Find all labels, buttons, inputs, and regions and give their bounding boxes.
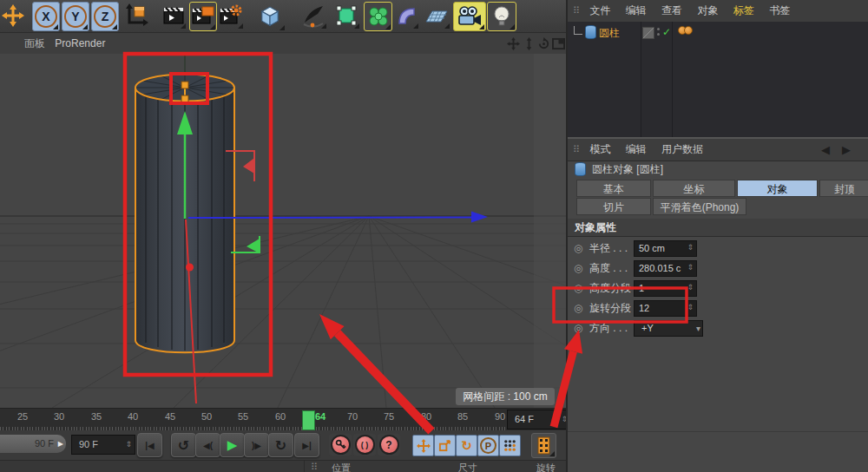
- field-row-orientation: ◎ 方向 . . . +Y▾: [568, 319, 868, 337]
- viewport-menu-prorender[interactable]: ProRender: [55, 37, 105, 49]
- am-menu-mode[interactable]: 模式: [589, 143, 610, 155]
- previous-frame-button[interactable]: ◀(: [195, 433, 220, 457]
- deformer-bend-button[interactable]: [392, 2, 419, 30]
- light-button[interactable]: [487, 2, 516, 31]
- grip-icon[interactable]: ⠿: [573, 144, 580, 154]
- top-vertex-handle[interactable]: [181, 82, 188, 88]
- tick-label: 55: [238, 411, 248, 422]
- tick-label: 35: [91, 411, 102, 422]
- field-label: 旋转分段: [589, 299, 631, 317]
- phong-tag-icon[interactable]: [678, 25, 690, 37]
- record-pla-toggle[interactable]: [499, 435, 521, 456]
- field-label: 高度分段: [589, 279, 631, 297]
- am-menu-edit[interactable]: 编辑: [626, 143, 647, 155]
- tab-phong[interactable]: 平滑着色(Phong): [653, 198, 746, 215]
- rotation-segments-input[interactable]: 12⇕: [634, 300, 697, 317]
- tab-basic[interactable]: 基本: [576, 180, 651, 197]
- record-rotation-toggle[interactable]: ↻: [456, 435, 477, 456]
- goto-end-button[interactable]: ▶|: [294, 433, 319, 457]
- stepper-icon[interactable]: ⇕: [687, 260, 694, 275]
- tab-slice[interactable]: 切片: [576, 198, 651, 215]
- enable-checkmark[interactable]: ✓: [662, 26, 671, 38]
- axis-handle[interactable]: [181, 95, 188, 102]
- record-keyframe-button[interactable]: [329, 434, 352, 456]
- stepper-icon[interactable]: ⇕: [687, 280, 694, 295]
- visibility-dots[interactable]: [657, 28, 660, 36]
- tick-label: 90: [495, 411, 505, 422]
- left-column: X Y Z: [0, 0, 566, 472]
- 3d-viewport[interactable]: 网格间距 : 100 cm: [0, 54, 566, 408]
- main-toolbar: X Y Z: [0, 0, 566, 33]
- am-menu-userdata[interactable]: 用户数据: [661, 143, 703, 155]
- om-menu-tags[interactable]: 标签: [733, 4, 754, 16]
- stepper-icon[interactable]: ⇕: [687, 240, 694, 255]
- orientation-dropdown[interactable]: +Y▾: [634, 320, 703, 337]
- subdivision-surface-button[interactable]: [332, 2, 360, 30]
- timeline-ruler[interactable]: 25 30 35 40 45 50 55 60 70 75 80 85 90 6…: [0, 408, 566, 431]
- track-circle-icon[interactable]: ◎: [574, 299, 582, 317]
- range-end-slider[interactable]: 90 F ▶: [0, 435, 66, 453]
- generators-cluster-button[interactable]: [364, 2, 392, 31]
- am-object-title: 圆柱对象 [圆柱]: [592, 163, 663, 175]
- om-menu-file[interactable]: 文件: [589, 4, 610, 16]
- parentheses-icon: ( ): [355, 435, 375, 455]
- track-circle-icon[interactable]: ◎: [574, 279, 582, 297]
- camera-button[interactable]: [453, 2, 486, 31]
- materials-divider: [568, 431, 868, 432]
- object-manager-tree[interactable]: 圆柱 ✓: [568, 22, 868, 137]
- coordinate-system-icon[interactable]: [122, 2, 150, 30]
- current-frame-field[interactable]: 64 F ⇕: [507, 410, 571, 429]
- radius-input[interactable]: 50 cm⇕: [634, 240, 697, 257]
- next-key-button[interactable]: ↻: [268, 433, 293, 457]
- goto-start-button[interactable]: |◀: [137, 433, 162, 457]
- play-button[interactable]: ▶: [220, 433, 245, 457]
- om-menu-view[interactable]: 查看: [661, 4, 682, 16]
- tab-caps[interactable]: 封顶: [819, 180, 868, 197]
- om-menu-bookmarks[interactable]: 书签: [769, 4, 790, 16]
- x-axis-label: X: [35, 5, 57, 28]
- timeline-window-button[interactable]: [531, 433, 556, 458]
- current-frame-label: 64: [315, 411, 326, 422]
- viewport-menu-panel[interactable]: 面板: [24, 37, 45, 49]
- record-position-toggle[interactable]: [412, 435, 434, 456]
- track-circle-icon[interactable]: ◎: [574, 239, 582, 257]
- om-menu-edit[interactable]: 编辑: [626, 4, 647, 16]
- record-scale-toggle[interactable]: [434, 435, 456, 456]
- field-row-rotation-segments: ◎ 旋转分段 12⇕: [568, 299, 868, 317]
- lock-z-axis-button[interactable]: Z: [91, 2, 119, 31]
- history-back-icon[interactable]: ◀: [821, 143, 842, 156]
- tick-label: 25: [17, 411, 28, 422]
- height-input[interactable]: 280.015 c⇕: [634, 260, 697, 277]
- grip-icon[interactable]: ⠿: [573, 5, 580, 16]
- om-menu-object[interactable]: 对象: [697, 4, 718, 16]
- move-tool-icon[interactable]: [0, 2, 26, 30]
- track-circle-icon[interactable]: ◎: [574, 319, 582, 337]
- environment-floor-button[interactable]: [422, 2, 450, 30]
- tab-coordinates[interactable]: 坐标: [653, 180, 735, 197]
- record-parameter-toggle[interactable]: P: [477, 435, 499, 456]
- object-name[interactable]: 圆柱: [599, 26, 620, 41]
- next-frame-button[interactable]: )▶: [244, 433, 269, 457]
- add-cube-primitive-button[interactable]: [254, 2, 286, 31]
- stepper-icon[interactable]: ⇕: [687, 300, 694, 315]
- tab-object[interactable]: 对象: [737, 180, 818, 197]
- playhead[interactable]: [302, 410, 315, 430]
- autokey-button[interactable]: ( ): [353, 434, 376, 456]
- tick-label: 85: [457, 411, 468, 422]
- render-picture-viewer-button[interactable]: [189, 2, 217, 31]
- stepper-icon[interactable]: ⇕: [125, 436, 132, 454]
- lock-y-axis-button[interactable]: Y: [62, 2, 89, 31]
- range-end-field[interactable]: 90 F ⇕: [71, 435, 135, 455]
- render-view-button[interactable]: [161, 2, 187, 30]
- track-circle-icon[interactable]: ◎: [574, 259, 582, 277]
- previous-key-button[interactable]: ↺: [171, 433, 196, 457]
- height-segments-input[interactable]: 1⇕: [634, 280, 697, 297]
- tick-label: 80: [421, 411, 431, 422]
- editor-visibility-toggle[interactable]: [642, 27, 654, 39]
- render-settings-button[interactable]: [218, 2, 244, 30]
- object-manager-menubar: ⠿ 文件 编辑 查看 对象 标签 书签: [568, 0, 868, 23]
- history-forward-icon[interactable]: ▶: [842, 143, 863, 156]
- lock-x-axis-button[interactable]: X: [32, 2, 60, 31]
- keyframe-selection-button[interactable]: ?: [378, 434, 400, 456]
- spline-pen-tool-button[interactable]: [299, 2, 327, 30]
